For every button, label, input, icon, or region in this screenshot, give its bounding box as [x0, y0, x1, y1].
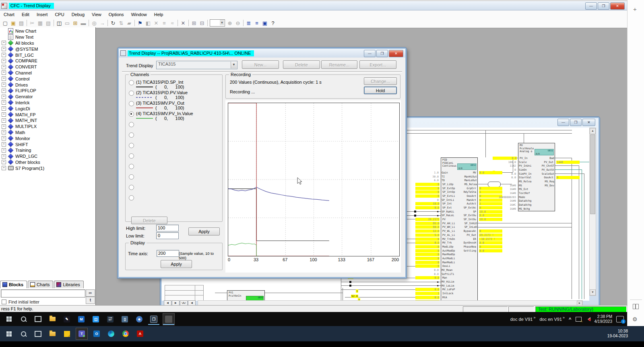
simatic-app-icon[interactable]: ❒ — [148, 314, 159, 325]
dialog-minimize-button[interactable]: — — [364, 50, 376, 57]
block-pin[interactable]: 0.0SoftLiTi — [415, 272, 477, 276]
tree-item[interactable]: + Genrator — [0, 94, 95, 100]
block-pin[interactable]: 0.0Man — [415, 276, 477, 280]
channel-option[interactable] — [129, 184, 155, 190]
menu-item[interactable]: Edit — [18, 11, 33, 18]
toolbar-button[interactable]: ▧ — [44, 19, 52, 27]
block-pin[interactable]: SP_IntOu18.0 — [443, 217, 502, 221]
block-pin[interactable]: 16#80000203Mode — [493, 195, 554, 199]
sort-button[interactable]: ŧ — [86, 297, 95, 304]
expander-icon[interactable]: + — [2, 136, 6, 140]
tree-item[interactable]: + Monitor — [0, 135, 95, 141]
channel-delete-button[interactable]: Delete — [131, 217, 167, 224]
close-button[interactable]: ✕ — [610, 2, 625, 10]
block-pin[interactable]: SP_ExtOu8.0 — [443, 214, 502, 218]
block-pin[interactable]: 16#0MS_Nchg — [493, 207, 554, 211]
block-pin[interactable]: DynOnesH0.0 — [443, 241, 502, 245]
toolbar-button[interactable] — [107, 20, 108, 26]
network-icon[interactable] — [576, 317, 582, 322]
block-pin[interactable]: 1IntLock — [415, 291, 477, 295]
toolbar-button[interactable]: ◫ — [55, 19, 63, 27]
toolbar-button[interactable]: ≡ — [253, 19, 261, 27]
expander-icon[interactable]: + — [2, 100, 6, 105]
toolbar-button[interactable]: ⊕ — [226, 19, 234, 27]
new-button[interactable]: New... — [242, 60, 279, 69]
radio-icon[interactable] — [129, 164, 134, 169]
person-app-icon[interactable]: ☻ — [134, 314, 145, 325]
radio-icon[interactable] — [129, 174, 134, 180]
limits-apply-button[interactable]: Apply — [188, 227, 220, 235]
block-pin[interactable]: 0.0MtA — [415, 295, 477, 299]
block-pin[interactable]: MV_LoLim — [415, 284, 477, 288]
tree-item[interactable]: + BIT_LGC — [0, 52, 95, 58]
block-pin[interactable]: PV_Out1440 — [520, 160, 580, 164]
block-pin[interactable]: 0.0MV_LoFoP — [415, 288, 477, 292]
channel-option[interactable] — [129, 143, 155, 148]
tree-item[interactable]: + Interlck — [0, 100, 95, 106]
expander-icon[interactable]: + — [2, 95, 6, 99]
expander-icon[interactable]: + — [2, 89, 6, 93]
tree-item[interactable]: + S7 Program(1) — [0, 165, 95, 171]
toolbar-button[interactable]: ? — [269, 19, 277, 27]
chart-minimize-button[interactable]: — — [557, 119, 569, 126]
pv1-function-block[interactable]: PV1 PcsYAnIn OB32 — [227, 290, 265, 301]
hold-button[interactable]: Hold — [364, 87, 397, 94]
menu-item[interactable]: Insert — [33, 11, 52, 18]
toolbar-button[interactable]: ▰ — [125, 19, 133, 27]
menu-item[interactable]: CPU — [51, 11, 68, 18]
file-explorer-icon[interactable] — [47, 314, 58, 325]
menu-item[interactable]: Chart — [0, 11, 18, 18]
expander-icon[interactable]: + — [2, 41, 6, 45]
gear-icon[interactable]: ⚙ — [632, 316, 638, 322]
channel-option[interactable] — [129, 174, 155, 180]
catalog-tab[interactable]: Charts — [28, 281, 53, 288]
cfc-taskbar-icon[interactable] — [163, 313, 175, 325]
expander-icon[interactable]: + — [2, 53, 6, 57]
notification-icon[interactable]: 1 — [616, 316, 624, 322]
menu-item[interactable]: Debug — [68, 11, 88, 18]
block-pin[interactable]: SP_InLoO — [443, 225, 502, 229]
tree-item[interactable]: + LogicDi — [0, 105, 95, 112]
find-initial-letter-checkbox[interactable] — [2, 299, 6, 304]
export-button[interactable]: Export... — [359, 60, 396, 69]
toolbar-button[interactable]: ⊞ — [190, 19, 198, 27]
start-button[interactable] — [3, 314, 14, 325]
taskbar-window-doc-en[interactable]: doc en V91» — [539, 317, 565, 322]
expander-icon[interactable]: + — [2, 65, 6, 69]
pen-app-icon[interactable]: ✎ — [61, 314, 72, 325]
chart-close-button[interactable]: ✕ — [582, 119, 595, 126]
taskbar-window-doc-de[interactable]: doc de V91» — [510, 317, 536, 322]
block-pin[interactable]: MV_HiLim — [415, 280, 477, 284]
scroll-up-icon[interactable]: ▲ — [590, 128, 596, 134]
purple-app-icon[interactable]: T — [76, 328, 88, 340]
expander-icon[interactable]: + — [2, 124, 6, 129]
expander-icon[interactable]: + — [2, 148, 6, 153]
radio-icon[interactable] — [129, 185, 134, 190]
task-view-icon[interactable] — [32, 314, 43, 325]
block-pin[interactable]: OosAct0 — [520, 176, 580, 180]
block-pin[interactable]: 16#0TextRef — [493, 191, 554, 195]
toolbar-button[interactable] — [27, 20, 27, 26]
expander-icon[interactable]: + — [2, 130, 6, 134]
toolbar-button[interactable] — [188, 20, 189, 26]
tray-chevron-icon[interactable]: ^ — [569, 317, 571, 322]
catalog-tab[interactable]: Blocks — [0, 281, 27, 288]
block-pin[interactable]: BypassAc0 — [443, 229, 502, 233]
tree-item[interactable]: + New Chart — [0, 28, 95, 34]
host-clock[interactable]: 10:3819-04-2023 — [607, 329, 644, 339]
radio-icon[interactable] — [129, 101, 134, 106]
radio-icon[interactable] — [129, 112, 134, 117]
toolbar-button[interactable] — [243, 20, 244, 26]
expander-icon[interactable]: + — [2, 83, 6, 87]
block-pin[interactable]: MS_Dev — [520, 184, 580, 188]
toolbar-button[interactable]: ▣ — [9, 19, 17, 27]
block-pin[interactable]: 0.0MV_Mean — [415, 268, 477, 272]
block-pin[interactable]: 0OosLi — [415, 264, 477, 269]
toolbar-button[interactable]: ⊞ — [71, 19, 79, 27]
search-button[interactable]: ∞ — [86, 289, 95, 297]
toolbar-button[interactable]: ◧ — [144, 19, 152, 27]
doc-app-icon[interactable]: ▯ — [119, 314, 130, 325]
channel-option[interactable] — [129, 163, 155, 169]
tree-item[interactable]: + FLIPFLOP — [0, 88, 95, 94]
channel-option[interactable] — [129, 153, 155, 159]
